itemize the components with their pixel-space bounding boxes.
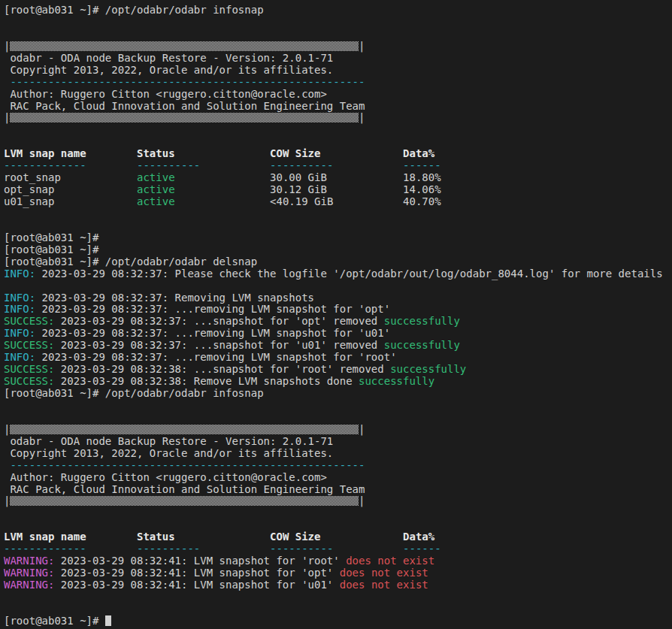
shell-prompt: [root@ab031 ~]# xyxy=(4,615,105,627)
log-level: INFO: xyxy=(4,327,42,339)
log-line: INFO: 2023-03-29 08:32:37: ...removing L… xyxy=(4,328,672,340)
log-text: 2023-03-29 08:32:37: Please check the lo… xyxy=(42,268,663,280)
table-header-underline: ---------- xyxy=(137,543,270,555)
table-header-underline: ------------- xyxy=(4,543,137,555)
log-level: SUCCESS: xyxy=(4,363,61,375)
banner-copyright: Copyright 2013, 2022, Oracle and/or its … xyxy=(4,64,333,76)
log-line: SUCCESS: 2023-03-29 08:32:37: ...snapsho… xyxy=(4,316,672,328)
blank-line xyxy=(4,17,672,29)
log-text: 2023-03-29 08:32:37: ...removing LVM sna… xyxy=(42,303,391,315)
table-header-underline: ---------- xyxy=(270,159,403,171)
table-underline-row: ------------- ---------- ---------- ----… xyxy=(4,543,672,555)
log-line: WARNING: 2023-03-29 08:32:41: LVM snapsh… xyxy=(4,579,672,591)
terminal-window[interactable]: [root@ab031 ~]# /opt/odabr/odabr infosna… xyxy=(0,0,672,629)
blank-line xyxy=(4,412,672,424)
log-text: successfully xyxy=(384,339,460,351)
log-text: 2023-03-29 08:32:37: ...snapshot for 'op… xyxy=(61,315,384,327)
shell-prompt: [root@ab031 ~]# xyxy=(4,4,105,16)
log-level: SUCCESS: xyxy=(4,375,61,387)
log-text: successfully xyxy=(359,375,434,387)
blank-line xyxy=(4,591,672,603)
data-pct-cell: 18.80% xyxy=(403,171,441,183)
table-header-row: LVM snap name Status COW Size Data% xyxy=(4,148,672,160)
log-text: 2023-03-29 08:32:37: Removing LVM snapsh… xyxy=(42,292,314,304)
banner-title: odabr - ODA node Backup Restore - Versio… xyxy=(4,52,333,64)
shell-prompt: [root@ab031 ~]# xyxy=(4,231,98,243)
log-line: WARNING: 2023-03-29 08:32:41: LVM snapsh… xyxy=(4,555,672,567)
log-line: WARNING: 2023-03-29 08:32:41: LVM snapsh… xyxy=(4,567,672,579)
banner-bar xyxy=(10,425,359,434)
log-level: INFO: xyxy=(4,292,42,304)
table-row: u01_snap active <40.19 GiB 40.70% xyxy=(4,196,672,208)
banner-separator-line: ----------------------------------------… xyxy=(4,77,672,89)
log-level: SUCCESS: xyxy=(4,339,61,351)
snap-name-cell: root_snap xyxy=(4,171,137,183)
log-line: SUCCESS: 2023-03-29 08:32:37: ...snapsho… xyxy=(4,340,672,352)
blank-line xyxy=(4,519,672,531)
table-header: COW Size xyxy=(270,531,403,543)
banner-copyright: Copyright 2013, 2022, Oracle and/or its … xyxy=(4,447,333,459)
table-header: Status xyxy=(137,147,270,159)
banner-bar-line: || xyxy=(4,112,672,124)
banner-team: RAC Pack, Cloud Innovation and Solution … xyxy=(4,483,365,495)
banner-edge: | xyxy=(359,494,365,507)
log-text: successfully xyxy=(390,363,466,375)
banner-author: Author: Ruggero Citton <ruggero.citton@o… xyxy=(4,88,327,100)
shell-prompt: [root@ab031 ~]# xyxy=(4,243,98,256)
table-header-underline: ------------- xyxy=(4,159,137,171)
blank-line xyxy=(4,400,672,412)
log-text: 2023-03-29 08:32:41: LVM snapshot for 'o… xyxy=(61,567,340,579)
blank-line xyxy=(4,507,672,519)
table-header: LVM snap name xyxy=(4,531,137,543)
table-underline-row: ------------- ---------- ---------- ----… xyxy=(4,160,672,172)
data-pct-cell: 14.06% xyxy=(403,183,441,195)
blank-line xyxy=(4,136,672,148)
log-level: INFO: xyxy=(4,268,42,280)
blank-line xyxy=(4,280,672,292)
log-text: 2023-03-29 08:32:41: LVM snapshot for 'u… xyxy=(61,579,340,591)
snap-status-cell: active xyxy=(137,183,270,195)
log-line: INFO: 2023-03-29 08:32:37: ...removing L… xyxy=(4,304,672,316)
banner-copyright-line: Copyright 2013, 2022, Oracle and/or its … xyxy=(4,448,672,460)
shell-command-line: [root@ab031 ~]# /opt/odabr/odabr infosna… xyxy=(4,388,672,400)
log-text: 2023-03-29 08:32:37: ...removing LVM sna… xyxy=(42,351,397,363)
table-header: COW Size xyxy=(270,147,403,159)
blank-line xyxy=(4,208,672,220)
shell-prompt-line: [root@ab031 ~]# xyxy=(4,615,672,627)
log-text: 2023-03-29 08:32:37: ...snapshot for 'u0… xyxy=(61,339,384,351)
log-text: 2023-03-29 08:32:38: Remove LVM snapshot… xyxy=(61,375,359,387)
shell-prompt-line: [root@ab031 ~]# xyxy=(4,244,672,256)
banner-title-line: odabr - ODA node Backup Restore - Versio… xyxy=(4,53,672,65)
shell-command: /opt/odabr/odabr infosnap xyxy=(105,387,264,399)
cow-size-cell: 30.12 GiB xyxy=(270,183,403,195)
table-header-underline: ---------- xyxy=(137,159,270,171)
banner-title-line: odabr - ODA node Backup Restore - Versio… xyxy=(4,436,672,448)
banner-author: Author: Ruggero Citton <ruggero.citton@o… xyxy=(4,471,327,483)
blank-line xyxy=(4,29,672,41)
log-level: WARNING: xyxy=(4,579,61,591)
shell-command-line: [root@ab031 ~]# /opt/odabr/odabr infosna… xyxy=(4,5,672,17)
blank-line xyxy=(4,124,672,136)
table-header: Status xyxy=(137,531,270,543)
shell-prompt-line: [root@ab031 ~]# xyxy=(4,232,672,244)
table-header-row: LVM snap name Status COW Size Data% xyxy=(4,531,672,543)
banner-author-line: Author: Ruggero Citton <ruggero.citton@o… xyxy=(4,472,672,484)
banner-edge: | xyxy=(359,40,365,52)
banner-team-line: RAC Pack, Cloud Innovation and Solution … xyxy=(4,101,672,113)
table-header-underline: ------ xyxy=(403,543,441,555)
shell-command: /opt/odabr/odabr delsnap xyxy=(105,256,257,268)
table-row: opt_snap active 30.12 GiB 14.06% xyxy=(4,184,672,196)
log-level: WARNING: xyxy=(4,555,61,567)
log-line: SUCCESS: 2023-03-29 08:32:38: Remove LVM… xyxy=(4,376,672,388)
log-text: does not exist xyxy=(340,579,428,591)
log-level: WARNING: xyxy=(4,567,61,579)
shell-command: /opt/odabr/odabr infosnap xyxy=(105,4,264,16)
log-text: does not exist xyxy=(346,555,434,567)
table-header: LVM snap name xyxy=(4,147,137,159)
log-line: INFO: 2023-03-29 08:32:37: ...removing L… xyxy=(4,352,672,364)
banner-bar-line: || xyxy=(4,424,672,436)
log-text: 2023-03-29 08:32:41: LVM snapshot for 'r… xyxy=(61,555,346,567)
log-line: SUCCESS: 2023-03-29 08:32:38: ...snapsho… xyxy=(4,364,672,376)
data-pct-cell: 40.70% xyxy=(403,195,441,207)
banner-author-line: Author: Ruggero Citton <ruggero.citton@o… xyxy=(4,89,672,101)
